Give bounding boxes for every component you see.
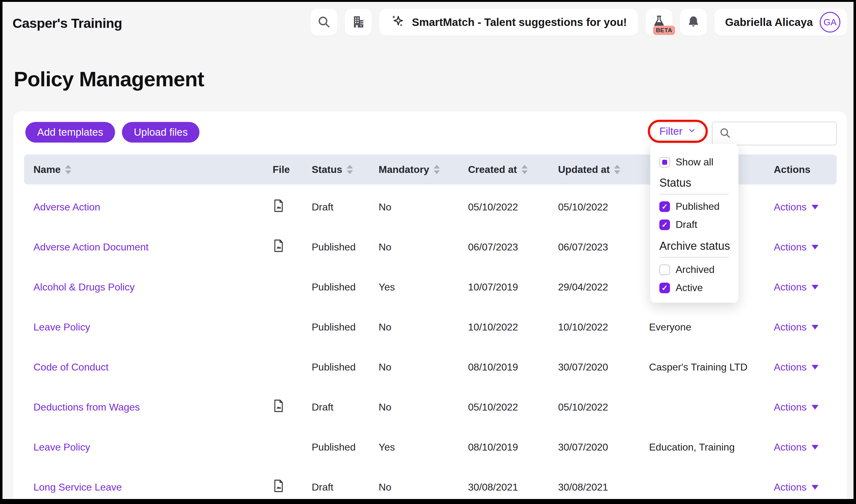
column-header-file: File bbox=[263, 164, 302, 175]
status-cell: Draft bbox=[302, 401, 369, 413]
file-cell bbox=[263, 479, 302, 496]
row-actions-button[interactable]: Actions bbox=[774, 241, 819, 253]
updated-at-cell: 06/07/2023 bbox=[549, 241, 640, 253]
notifications-button[interactable] bbox=[680, 9, 707, 36]
caret-down-icon bbox=[812, 485, 819, 490]
policy-name-link[interactable]: Long Service Leave bbox=[33, 482, 122, 493]
organisation-button[interactable] bbox=[345, 9, 372, 36]
mandatory-cell: Yes bbox=[369, 282, 459, 293]
row-actions-button[interactable]: Actions bbox=[774, 201, 819, 213]
row-actions-button[interactable]: Actions bbox=[774, 482, 819, 493]
sort-arrows-icon bbox=[347, 165, 353, 174]
column-header-mandatory[interactable]: Mandatory bbox=[369, 164, 459, 175]
add-templates-button[interactable]: Add templates bbox=[25, 122, 115, 143]
row-actions-label: Actions bbox=[774, 401, 807, 413]
status-cell: Published bbox=[302, 442, 369, 453]
table-row: Code of Conduct Published No 08/10/2019 … bbox=[24, 347, 837, 387]
published-checkbox[interactable] bbox=[659, 201, 670, 212]
updated-at-cell: 30/08/2021 bbox=[549, 482, 640, 493]
filter-option-label: Active bbox=[676, 282, 703, 293]
created-at-cell: 10/07/2019 bbox=[459, 282, 549, 293]
status-cell: Draft bbox=[302, 482, 369, 493]
table-row: Long Service Leave Draft No 30/08/2021 3… bbox=[24, 467, 837, 499]
mandatory-cell: No bbox=[369, 241, 459, 253]
policy-name-link[interactable]: Adverse Action bbox=[33, 201, 100, 213]
smartmatch-label: SmartMatch - Talent suggestions for you! bbox=[412, 16, 627, 29]
filter-option-active[interactable]: Active bbox=[659, 282, 703, 293]
divider bbox=[659, 257, 729, 258]
filter-button[interactable]: Filter bbox=[651, 123, 705, 140]
row-actions-label: Actions bbox=[774, 241, 807, 253]
card-toolbar: Add templates Upload files bbox=[25, 122, 199, 143]
column-header-actions: Actions bbox=[764, 164, 837, 175]
row-actions-button[interactable]: Actions bbox=[774, 442, 819, 453]
updated-at-cell: 30/07/2020 bbox=[549, 442, 640, 453]
filter-section-status: Status bbox=[659, 176, 691, 190]
file-cell bbox=[263, 199, 302, 215]
applies-to-cell: Education, Training bbox=[640, 442, 764, 453]
app-title: Casper's Training bbox=[13, 16, 122, 31]
show-all-checkbox[interactable] bbox=[659, 157, 670, 167]
filter-option-archived[interactable]: Archived bbox=[659, 264, 715, 275]
column-header-updated-at[interactable]: Updated at bbox=[549, 164, 640, 175]
status-cell: Published bbox=[302, 241, 369, 253]
global-search-button[interactable] bbox=[310, 9, 337, 36]
active-checkbox[interactable] bbox=[659, 283, 670, 293]
actions-cell: Actions bbox=[764, 282, 837, 293]
actions-cell: Actions bbox=[764, 241, 837, 253]
file-image-icon bbox=[273, 479, 285, 496]
column-header-name[interactable]: Name bbox=[24, 164, 263, 175]
updated-at-cell: 05/10/2022 bbox=[549, 401, 640, 413]
status-cell: Draft bbox=[302, 201, 369, 213]
upload-files-button[interactable]: Upload files bbox=[122, 122, 199, 143]
filter-option-label: Published bbox=[676, 201, 720, 212]
user-menu-button[interactable]: Gabriella Alicaya GA bbox=[714, 9, 847, 36]
policy-name-link[interactable]: Code of Conduct bbox=[33, 361, 108, 373]
policy-name-link[interactable]: Adverse Action Document bbox=[33, 241, 148, 253]
beta-badge: BETA bbox=[653, 25, 675, 35]
filter-section-archive-status: Archive status bbox=[659, 239, 730, 253]
filter-option-draft[interactable]: Draft bbox=[659, 219, 697, 230]
status-cell: Published bbox=[302, 361, 369, 373]
policy-name-link[interactable]: Leave Policy bbox=[33, 442, 90, 453]
archived-checkbox[interactable] bbox=[659, 265, 670, 275]
column-header-created-at[interactable]: Created at bbox=[459, 164, 549, 175]
policy-name-link[interactable]: Leave Policy bbox=[33, 321, 90, 333]
policy-name-link[interactable]: Deductions from Wages bbox=[33, 401, 140, 413]
policy-name-cell: Leave Policy bbox=[24, 321, 263, 333]
created-at-cell: 08/10/2019 bbox=[459, 361, 549, 373]
updated-at-cell: 10/10/2022 bbox=[549, 321, 640, 333]
labs-button[interactable]: BETA bbox=[646, 9, 673, 36]
column-header-status[interactable]: Status bbox=[302, 164, 369, 175]
row-actions-label: Actions bbox=[774, 482, 807, 493]
sort-arrows-icon bbox=[521, 165, 528, 174]
updated-at-cell: 29/04/2022 bbox=[549, 282, 640, 293]
table-search-input[interactable] bbox=[736, 128, 846, 139]
top-navbar: Casper's Training bbox=[2, 2, 854, 49]
draft-checkbox[interactable] bbox=[659, 219, 670, 230]
row-actions-label: Actions bbox=[774, 282, 807, 293]
sort-arrows-icon bbox=[65, 165, 71, 174]
table-row: Deductions from Wages Draft No 05/10/202… bbox=[24, 387, 837, 427]
caret-down-icon bbox=[812, 365, 819, 370]
filter-option-published[interactable]: Published bbox=[659, 201, 720, 212]
policy-name-cell: Adverse Action Document bbox=[24, 241, 263, 253]
filter-option-show-all[interactable]: Show all bbox=[659, 156, 713, 168]
page-title: Policy Management bbox=[14, 67, 204, 91]
smartmatch-button[interactable]: SmartMatch - Talent suggestions for you! bbox=[379, 9, 638, 36]
status-cell: Published bbox=[302, 321, 369, 333]
row-actions-button[interactable]: Actions bbox=[774, 282, 819, 293]
actions-cell: Actions bbox=[764, 482, 837, 493]
table-row: Leave Policy Published Yes 08/10/2019 30… bbox=[24, 427, 837, 467]
row-actions-label: Actions bbox=[774, 361, 807, 373]
policy-name-link[interactable]: Alcohol & Drugs Policy bbox=[33, 282, 135, 293]
row-actions-button[interactable]: Actions bbox=[774, 361, 819, 373]
topbar-actions: SmartMatch - Talent suggestions for you!… bbox=[310, 9, 847, 36]
sort-arrows-icon bbox=[614, 165, 620, 174]
row-actions-button[interactable]: Actions bbox=[774, 321, 819, 333]
mandatory-cell: Yes bbox=[369, 442, 459, 453]
row-actions-button[interactable]: Actions bbox=[774, 401, 819, 413]
status-cell: Published bbox=[302, 282, 369, 293]
created-at-cell: 08/10/2019 bbox=[459, 442, 549, 453]
sort-arrows-icon bbox=[434, 165, 440, 174]
